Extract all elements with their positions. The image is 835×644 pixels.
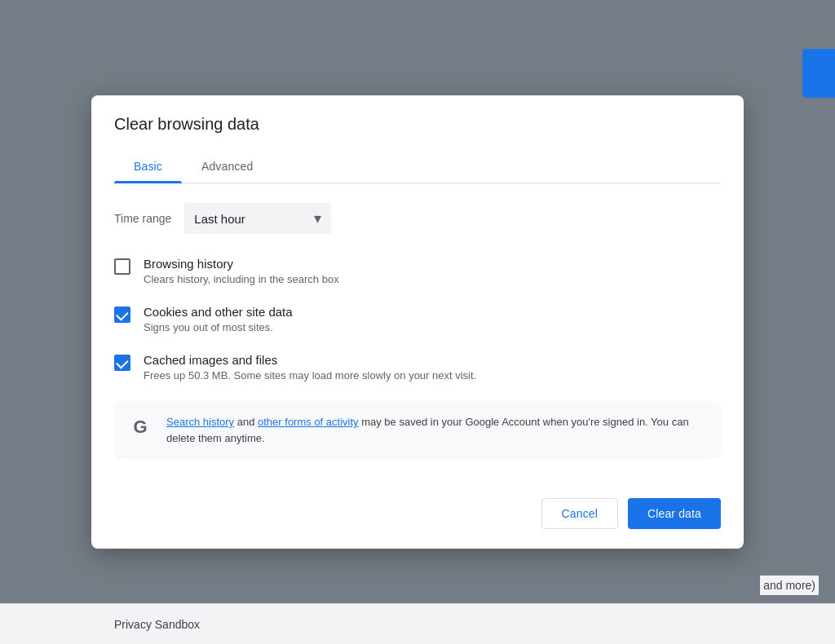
cookies-checkbox[interactable] — [114, 307, 130, 323]
time-range-label: Time range — [114, 212, 171, 225]
clear-data-button[interactable]: Clear data — [628, 498, 721, 529]
clear-browsing-data-dialog: Clear browsing data Basic Advanced Time … — [91, 95, 744, 549]
cookies-label: Cookies and other site data — [144, 305, 293, 319]
browsing-history-desc: Clears history, including in the search … — [144, 273, 339, 285]
cookies-checkbox-wrapper[interactable] — [114, 307, 130, 323]
cached-desc: Frees up 50.3 MB. Some sites may load mo… — [144, 369, 476, 382]
modal-body: Time range Last hour ▾ Browsing history … — [91, 183, 744, 485]
browsing-history-text: Browsing history Clears history, includi… — [144, 257, 339, 285]
bottom-bar: Privacy Sandbox — [0, 603, 835, 644]
browsing-history-checkbox[interactable] — [114, 258, 130, 275]
cookies-text: Cookies and other site data Signs you ou… — [144, 305, 293, 333]
cookies-item: Cookies and other site data Signs you ou… — [114, 305, 721, 333]
cached-checkbox-wrapper[interactable] — [114, 355, 130, 371]
browsing-history-checkbox-wrapper[interactable] — [114, 258, 130, 275]
browsing-history-item: Browsing history Clears history, includi… — [114, 257, 721, 285]
modal-header: Clear browsing data Basic Advanced — [91, 95, 744, 183]
tab-bar: Basic Advanced — [114, 150, 721, 183]
time-range-row: Time range Last hour ▾ — [114, 203, 721, 234]
bg-blue-button — [802, 49, 835, 98]
privacy-sandbox-label: Privacy Sandbox — [114, 618, 200, 631]
cached-item: Cached images and files Frees up 50.3 MB… — [114, 353, 721, 382]
time-range-value: Last hour — [194, 212, 245, 226]
time-range-select[interactable]: Last hour ▾ — [184, 203, 331, 234]
modal-title: Clear browsing data — [114, 115, 721, 134]
info-box-text: Search history and other forms of activi… — [166, 414, 708, 446]
bg-and-more-text: and more) — [760, 576, 819, 595]
cached-text: Cached images and files Frees up 50.3 MB… — [144, 353, 476, 382]
tab-advanced[interactable]: Advanced — [182, 150, 272, 183]
cached-checkbox[interactable] — [114, 355, 130, 371]
google-account-info-box: G Search history and other forms of acti… — [114, 401, 721, 459]
cancel-button[interactable]: Cancel — [541, 498, 618, 529]
tab-basic[interactable]: Basic — [114, 150, 182, 183]
cached-label: Cached images and files — [144, 353, 476, 367]
browsing-history-label: Browsing history — [144, 257, 339, 271]
cookies-desc: Signs you out of most sites. — [144, 321, 293, 333]
other-forms-link[interactable]: other forms of activity — [258, 416, 359, 428]
google-g-icon: G — [127, 414, 153, 440]
info-text-and: and — [237, 416, 258, 428]
search-history-link[interactable]: Search history — [166, 416, 234, 428]
modal-footer: Cancel Clear data — [91, 485, 744, 529]
dropdown-arrow-icon: ▾ — [314, 210, 321, 227]
